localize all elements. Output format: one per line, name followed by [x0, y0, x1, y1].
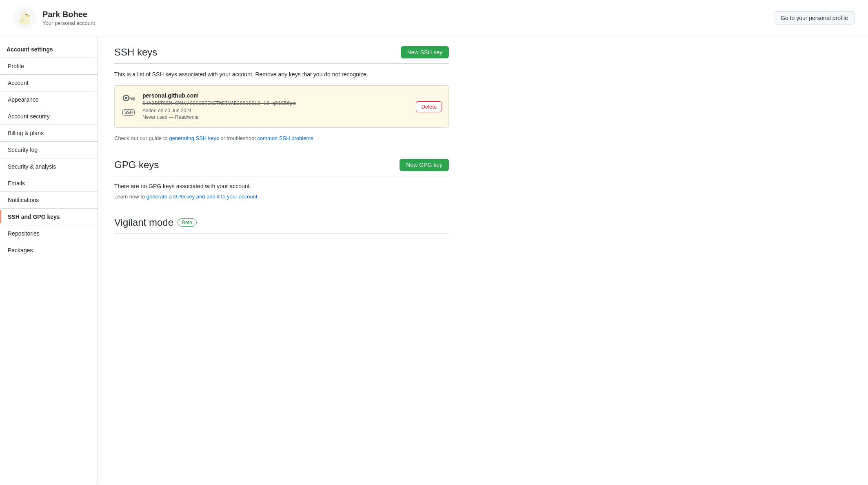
sidebar-item-billing[interactable]: Billing & plans	[0, 127, 98, 140]
sidebar-divider-2	[0, 91, 98, 91]
gpg-section-title: GPG keys	[114, 159, 159, 171]
generating-ssh-keys-link[interactable]: generating SSH keys	[169, 135, 219, 141]
key-fingerprint: SHA256TSSM+GMAV/CSSGBECKETWEIVAB2SS1SSL2…	[142, 100, 409, 106]
ssh-section: SSH keys New SSH key This is a list of S…	[114, 46, 449, 142]
avatar	[13, 7, 36, 29]
sidebar-divider-4	[0, 125, 98, 125]
svg-rect-10	[133, 99, 135, 101]
new-ssh-key-button[interactable]: New SSH key	[401, 46, 449, 58]
sidebar-divider-5	[0, 141, 98, 142]
sidebar-item-security-log[interactable]: Security log	[0, 143, 98, 156]
main-content: SSH keys New SSH key This is a list of S…	[98, 36, 465, 485]
vigilant-title: Vigilant mode	[114, 217, 173, 228]
profile-button[interactable]: Go to your personal profile	[774, 11, 855, 24]
gpg-learn-note: Learn how to generate a GPG key and add …	[114, 193, 449, 201]
sidebar-item-repositories[interactable]: Repositories	[0, 227, 98, 240]
sidebar-divider-9	[0, 208, 98, 209]
gpg-section: GPG keys New GPG key There are no GPG ke…	[114, 159, 449, 201]
key-name: personal.github.com	[142, 92, 409, 99]
gpg-learn-end: .	[258, 194, 259, 200]
sidebar-item-account[interactable]: Account	[0, 76, 98, 89]
sidebar-divider-3	[0, 108, 98, 108]
ssh-section-header: SSH keys New SSH key	[114, 46, 449, 64]
sidebar-divider-8	[0, 191, 98, 192]
generate-gpg-link[interactable]: generate a GPG key and add it to your ac…	[147, 194, 258, 200]
svg-point-5	[27, 16, 30, 17]
sidebar-item-packages[interactable]: Packages	[0, 244, 98, 257]
footer-text-1: Check out our guide to	[114, 135, 169, 141]
key-icon	[121, 92, 136, 107]
sidebar-divider	[0, 58, 98, 58]
key-icon-area: SSH	[121, 92, 136, 116]
svg-rect-11	[131, 99, 133, 100]
ssh-section-title: SSH keys	[114, 47, 157, 58]
ssh-footer-note: Check out our guide to generating SSH ke…	[114, 134, 449, 142]
header-left: Park Bohee Your personal account	[13, 7, 95, 29]
new-gpg-key-button[interactable]: New GPG key	[400, 159, 449, 171]
gpg-learn-text: Learn how to	[114, 194, 147, 200]
user-info: Park Bohee Your personal account	[42, 10, 95, 26]
sidebar-item-profile[interactable]: Profile	[0, 60, 98, 73]
key-info: personal.github.com SHA256TSSM+GMAV/CSSG…	[142, 92, 409, 121]
key-meta: Added on 20 Jun 2021 Never used — Read/w…	[142, 108, 409, 120]
footer-text-3: .	[313, 135, 315, 141]
vigilant-header: Vigilant mode Beta	[114, 217, 449, 234]
footer-text-2: or troubleshoot	[219, 135, 258, 141]
sidebar-item-ssh-gpg[interactable]: SSH and GPG keys	[0, 210, 98, 223]
page-header: Park Bohee Your personal account Go to y…	[0, 0, 868, 36]
sidebar-item-emails[interactable]: Emails	[0, 177, 98, 190]
sidebar-item-notifications[interactable]: Notifications	[0, 194, 98, 207]
user-subtitle: Your personal account	[42, 20, 95, 26]
svg-rect-9	[129, 98, 135, 99]
ssh-badge: SSH	[122, 109, 135, 116]
sidebar-divider-7	[0, 175, 98, 175]
ssh-key-card: SSH personal.github.com SHA256TSSM+GMAV/…	[114, 85, 449, 128]
user-name: Park Bohee	[42, 10, 95, 19]
layout: Account settings Profile Account Appeara…	[0, 36, 868, 485]
sidebar-divider-10	[0, 225, 98, 225]
vigilant-section: Vigilant mode Beta	[114, 217, 449, 234]
delete-key-button[interactable]: Delete	[416, 101, 442, 112]
svg-point-6	[20, 19, 24, 22]
sidebar-item-appearance[interactable]: Appearance	[0, 93, 98, 106]
svg-point-3	[25, 17, 29, 19]
common-ssh-problems-link[interactable]: common SSH problems	[258, 135, 313, 141]
sidebar-divider-6	[0, 158, 98, 158]
sidebar-heading: Account settings	[0, 43, 98, 56]
key-added: Added on 20 Jun 2021	[142, 108, 409, 113]
sidebar-divider-1	[0, 74, 98, 75]
key-usage: Never used — Read/write	[142, 114, 409, 120]
sidebar: Account settings Profile Account Appeara…	[0, 36, 98, 485]
svg-point-8	[125, 97, 127, 99]
sidebar-item-account-security[interactable]: Account security	[0, 110, 98, 123]
svg-point-4	[26, 14, 27, 16]
sidebar-divider-11	[0, 242, 98, 242]
ssh-description: This is a list of SSH keys associated wi…	[114, 70, 449, 79]
sidebar-item-security-analysis[interactable]: Security & analysis	[0, 160, 98, 173]
beta-badge: Beta	[178, 218, 197, 227]
gpg-section-header: GPG keys New GPG key	[114, 159, 449, 176]
gpg-empty-state: There are no GPG keys associated with yo…	[114, 183, 449, 189]
